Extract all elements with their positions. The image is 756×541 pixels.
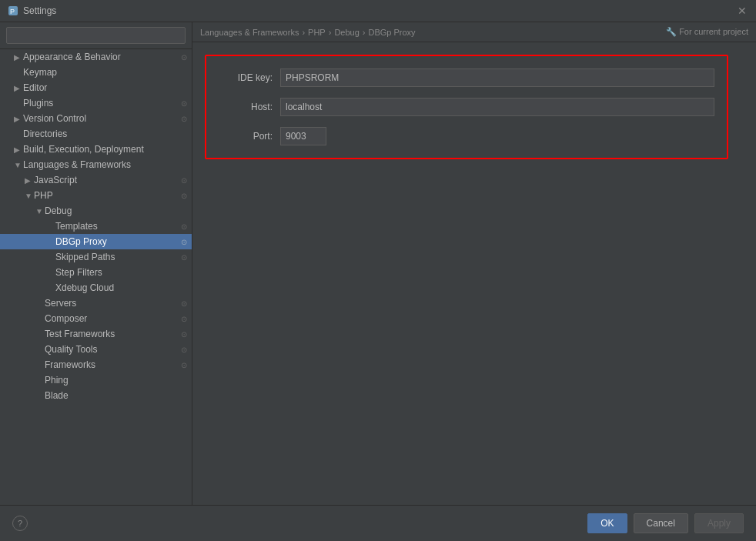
close-button[interactable]: ✕ — [736, 5, 748, 17]
sync-icon: ⊙ — [181, 253, 187, 262]
breadcrumb: Languages & Frameworks › PHP › Debug › D… — [192, 22, 756, 42]
settings-dialog: P Settings ✕ ▶ Appearance & Behavior ⊙ K — [0, 0, 756, 541]
sidebar-item-label: Xdebug Cloud — [55, 282, 187, 293]
breadcrumb-part: DBGp Proxy — [368, 28, 415, 37]
ide-key-row: IDE key: — [219, 68, 714, 87]
arrow-icon: ▼ — [14, 161, 23, 169]
app-icon: P — [8, 5, 18, 16]
sidebar-item-directories[interactable]: Directories — [0, 126, 192, 142]
sidebar-item-label: Composer — [45, 313, 178, 324]
help-button[interactable]: ? — [12, 516, 28, 531]
sidebar-item-languages[interactable]: ▼ Languages & Frameworks — [0, 157, 192, 172]
title-bar: P Settings ✕ — [0, 0, 756, 22]
sync-icon: ⊙ — [181, 315, 187, 323]
dbgp-proxy-form: IDE key: Host: Port: — [205, 55, 728, 159]
apply-button[interactable]: Apply — [694, 513, 744, 533]
sidebar-item-skipped-paths[interactable]: Skipped Paths ⊙ — [0, 249, 192, 265]
sidebar-item-label: Build, Execution, Deployment — [23, 144, 187, 155]
ide-key-label: IDE key: — [219, 72, 280, 83]
sync-icon: ⊙ — [181, 115, 187, 123]
sidebar-item-templates[interactable]: Templates ⊙ — [0, 219, 192, 234]
sidebar-item-phing[interactable]: Phing — [0, 372, 192, 388]
sidebar-item-plugins[interactable]: Plugins ⊙ — [0, 95, 192, 111]
sync-icon: ⊙ — [181, 330, 187, 339]
sidebar-item-version-control[interactable]: ▶ Version Control ⊙ — [0, 111, 192, 126]
sync-icon: ⊙ — [181, 53, 187, 62]
breadcrumb-sep: › — [363, 28, 366, 37]
sidebar-item-label: Templates — [55, 221, 178, 232]
breadcrumb-part: Debug — [334, 28, 359, 37]
sidebar-item-appearance[interactable]: ▶ Appearance & Behavior ⊙ — [0, 49, 192, 65]
sync-icon: ⊙ — [181, 222, 187, 231]
sidebar-item-label: Plugins — [23, 98, 178, 109]
sidebar-item-keymap[interactable]: Keymap — [0, 65, 192, 80]
cancel-button[interactable]: Cancel — [634, 513, 688, 533]
arrow-icon: ▶ — [25, 176, 34, 185]
tree-area: ▶ Appearance & Behavior ⊙ Keymap ▶ Edito… — [0, 49, 192, 505]
sync-icon: ⊙ — [181, 176, 187, 185]
sidebar-item-step-filters[interactable]: Step Filters — [0, 265, 192, 280]
search-input[interactable] — [6, 27, 186, 44]
sidebar-item-debug[interactable]: ▼ Debug — [0, 203, 192, 219]
ide-key-input[interactable] — [280, 68, 714, 87]
sidebar-item-label: Editor — [23, 82, 187, 93]
port-label: Port: — [219, 131, 280, 142]
dialog-title: Settings — [23, 5, 731, 16]
sidebar-item-label: Languages & Frameworks — [23, 159, 187, 170]
breadcrumb-sep: › — [329, 28, 332, 37]
arrow-icon: ▶ — [14, 53, 23, 62]
footer: ? OK Cancel Apply — [0, 505, 756, 541]
sync-icon: ⊙ — [181, 192, 187, 200]
sidebar-item-label: Frameworks — [45, 359, 178, 370]
sidebar-item-quality-tools[interactable]: Quality Tools ⊙ — [0, 342, 192, 357]
sidebar-item-label: Debug — [45, 205, 187, 216]
sidebar: ▶ Appearance & Behavior ⊙ Keymap ▶ Edito… — [0, 22, 192, 505]
arrow-icon: ▼ — [35, 207, 45, 215]
sidebar-item-servers[interactable]: Servers ⊙ — [0, 296, 192, 311]
sidebar-item-label: Skipped Paths — [55, 252, 178, 262]
sidebar-item-test-frameworks[interactable]: Test Frameworks ⊙ — [0, 326, 192, 342]
breadcrumb-part: Languages & Frameworks — [200, 28, 299, 37]
arrow-icon: ▶ — [14, 84, 23, 92]
search-box — [0, 22, 192, 49]
sidebar-item-label: DBGp Proxy — [55, 236, 178, 247]
port-input[interactable] — [280, 127, 326, 145]
sidebar-item-label: Step Filters — [55, 267, 187, 278]
sync-icon: ⊙ — [181, 361, 187, 369]
sidebar-item-composer[interactable]: Composer ⊙ — [0, 311, 192, 326]
sidebar-item-build[interactable]: ▶ Build, Execution, Deployment — [0, 142, 192, 157]
sidebar-item-label: Servers — [45, 298, 178, 309]
host-row: Host: — [219, 98, 714, 116]
host-input[interactable] — [280, 98, 714, 116]
sidebar-item-label: Version Control — [23, 113, 178, 124]
sidebar-item-label: Phing — [45, 375, 187, 386]
arrow-icon: ▼ — [25, 192, 34, 200]
sidebar-item-label: Directories — [23, 129, 187, 139]
settings-panel: IDE key: Host: Port: — [192, 42, 756, 505]
sync-icon: ⊙ — [181, 238, 187, 246]
port-row: Port: — [219, 127, 714, 145]
arrow-icon: ▶ — [14, 115, 23, 123]
sync-icon: ⊙ — [181, 299, 187, 308]
sidebar-item-label: PHP — [34, 190, 178, 201]
sidebar-item-label: JavaScript — [34, 175, 178, 185]
sidebar-item-label: Appearance & Behavior — [23, 52, 178, 62]
breadcrumb-part: PHP — [308, 28, 326, 37]
for-project-label: 🔧 For current project — [666, 27, 748, 37]
sidebar-item-editor[interactable]: ▶ Editor — [0, 80, 192, 95]
host-label: Host: — [219, 102, 280, 112]
arrow-icon: ▶ — [14, 145, 23, 154]
sidebar-item-frameworks[interactable]: Frameworks ⊙ — [0, 357, 192, 372]
sidebar-item-php[interactable]: ▼ PHP ⊙ — [0, 188, 192, 203]
content-area: Languages & Frameworks › PHP › Debug › D… — [192, 22, 756, 505]
sidebar-item-dbgp-proxy[interactable]: DBGp Proxy ⊙ — [0, 234, 192, 249]
sidebar-item-label: Test Frameworks — [45, 329, 178, 339]
sidebar-item-xdebug-cloud[interactable]: Xdebug Cloud — [0, 280, 192, 296]
ok-button[interactable]: OK — [587, 513, 627, 533]
main-content: ▶ Appearance & Behavior ⊙ Keymap ▶ Edito… — [0, 22, 756, 505]
sidebar-item-label: Blade — [45, 390, 187, 401]
sidebar-item-blade[interactable]: Blade — [0, 388, 192, 403]
sidebar-item-javascript[interactable]: ▶ JavaScript ⊙ — [0, 172, 192, 188]
breadcrumb-sep: › — [302, 28, 305, 37]
sync-icon: ⊙ — [181, 99, 187, 108]
